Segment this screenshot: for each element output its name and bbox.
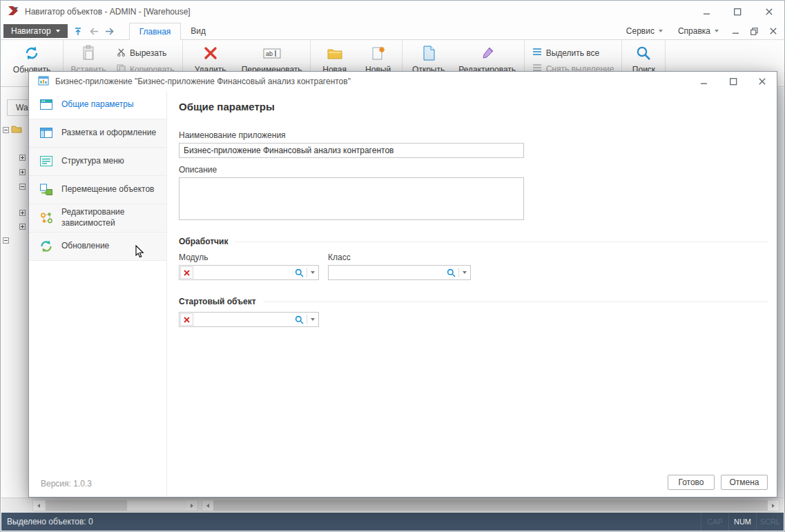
tree-hscrollbar[interactable] [32, 500, 198, 511]
done-button[interactable]: Готово [668, 475, 715, 490]
dialog-close-button[interactable] [748, 72, 777, 91]
edit-button[interactable]: Редактировать [453, 41, 522, 75]
help-menu[interactable]: Справка [670, 26, 726, 36]
module-field-block: Модуль [179, 253, 319, 280]
mdi-restore-button[interactable] [745, 23, 764, 39]
minimize-button[interactable] [691, 1, 722, 23]
rename-button[interactable]: ab Переименовать [236, 41, 308, 75]
class-label: Класс [328, 253, 471, 262]
start-object-dropdown-button[interactable] [307, 318, 318, 321]
tree-expand-icon[interactable] [19, 210, 26, 216]
delete-icon [185, 43, 236, 63]
clear-module-button[interactable] [180, 266, 193, 279]
tree-collapse-icon[interactable] [3, 127, 9, 133]
class-input[interactable] [329, 268, 443, 277]
close-button[interactable] [753, 1, 784, 23]
scroll-left-button[interactable] [202, 500, 213, 511]
class-lookup-field[interactable] [328, 265, 471, 280]
window-controls [691, 1, 784, 23]
rename-icon: ab [236, 43, 308, 63]
nav-item-move-objects[interactable]: Перемещение объектов [29, 176, 166, 204]
class-search-icon[interactable] [443, 268, 458, 277]
navigator-menu-button[interactable]: Навигатор [3, 24, 68, 38]
chevron-down-icon [463, 271, 467, 274]
paste-button[interactable]: Вставить [66, 41, 111, 75]
module-lookup-field[interactable] [179, 265, 319, 280]
app-name-label: Наименование приложения [179, 130, 768, 140]
version-label: Версия: 1.0.3 [41, 479, 92, 489]
scroll-track[interactable] [44, 500, 186, 511]
app-name-input[interactable] [179, 143, 524, 158]
dialog-titlebar: Бизнес-приложение "Бизнес-приложение Фин… [29, 72, 777, 91]
num-lock-indicator: NUM [728, 513, 756, 531]
scroll-thumb[interactable] [213, 500, 768, 511]
nav-label: Перемещение объектов [61, 184, 154, 195]
svg-text:ab: ab [266, 50, 273, 57]
maximize-button[interactable] [722, 1, 753, 23]
tab-home-label: Главная [139, 27, 171, 37]
class-dropdown-button[interactable] [459, 271, 470, 274]
nav-item-layout[interactable]: Разметка и оформление [29, 119, 166, 148]
cut-button[interactable]: Вырезать [114, 47, 177, 59]
scroll-track[interactable] [213, 500, 768, 511]
module-search-icon[interactable] [291, 268, 307, 277]
module-dropdown-button[interactable] [307, 271, 318, 274]
mdi-close-button[interactable] [764, 23, 782, 39]
scroll-right-button[interactable] [768, 500, 779, 511]
selection-small-buttons: Выделить все Снять выделение [527, 41, 620, 75]
tree-expand-icon[interactable] [19, 224, 26, 230]
nav-item-general-params[interactable]: Общие параметры [29, 91, 166, 119]
list-hscrollbar[interactable] [202, 500, 779, 511]
clear-start-object-button[interactable] [180, 313, 193, 326]
group-rule [263, 302, 768, 302]
scroll-right-button[interactable] [186, 500, 197, 511]
service-menu[interactable]: Сервис [619, 26, 670, 36]
tree-expand-icon[interactable] [19, 155, 26, 161]
start-object-lookup-field[interactable] [179, 312, 319, 327]
nav-label: Обновление [61, 241, 109, 252]
select-all-button[interactable]: Выделить все [530, 47, 617, 59]
business-app-dialog: Бизнес-приложение "Бизнес-приложение Фин… [28, 71, 777, 497]
scroll-left-button[interactable] [33, 500, 44, 511]
ribbon-tabs: Главная Вид [129, 23, 215, 39]
cut-label: Вырезать [130, 48, 166, 58]
tab-view[interactable]: Вид [181, 23, 215, 39]
dialog-maximize-button[interactable] [719, 72, 748, 91]
tree-expand-icon[interactable] [19, 169, 26, 175]
mdi-minimize-button[interactable] [726, 23, 745, 39]
start-object-search-icon[interactable] [291, 315, 307, 324]
back-arrow-button[interactable] [86, 23, 102, 39]
collapse-to-top-button[interactable] [70, 23, 86, 39]
nav-item-update[interactable]: Обновление [29, 233, 166, 261]
folder-icon [11, 124, 22, 133]
tree-collapse-icon[interactable] [3, 237, 9, 244]
dialog-minimize-button[interactable] [690, 72, 719, 91]
scroll-lock-indicator: SCRL [756, 513, 784, 531]
scissors-icon [117, 48, 126, 59]
dialog-content: Общие параметры Наименование приложения … [167, 91, 777, 497]
cancel-button[interactable]: Отмена [721, 475, 768, 490]
caps-lock-indicator: CAP [701, 513, 728, 531]
dialog-nav: Общие параметры Разметка и оформление Ст… [29, 91, 167, 497]
description-textarea[interactable] [179, 177, 524, 220]
tab-home[interactable]: Главная [129, 23, 182, 40]
nav-item-edit-dependencies[interactable]: Редактирование зависимостей [29, 204, 166, 233]
refresh-button[interactable]: Обновить [3, 41, 61, 75]
delete-button[interactable]: Удалить [185, 41, 236, 75]
search-button[interactable]: Поиск [624, 41, 663, 75]
forward-arrow-button[interactable] [102, 23, 118, 39]
nav-item-menu-structure[interactable]: Структура меню [29, 148, 166, 176]
tree-collapse-icon[interactable] [19, 184, 26, 190]
new-folder-button[interactable]: Новая [313, 41, 357, 75]
module-input[interactable] [194, 268, 291, 277]
open-button[interactable]: Открыть [405, 41, 453, 75]
triangle-right-icon [191, 504, 193, 508]
scroll-thumb[interactable] [46, 500, 127, 511]
start-object-input[interactable] [194, 315, 291, 324]
main-window: Навигатор объектов - ADMIN - [Warehouse]… [0, 0, 785, 532]
dependencies-icon [38, 210, 55, 226]
new-object-button[interactable]: Новый [357, 41, 400, 75]
group-rule [235, 242, 768, 242]
navigator-menu-label: Навигатор [11, 26, 51, 36]
start-object-group-header: Стартовый объект [179, 297, 768, 306]
